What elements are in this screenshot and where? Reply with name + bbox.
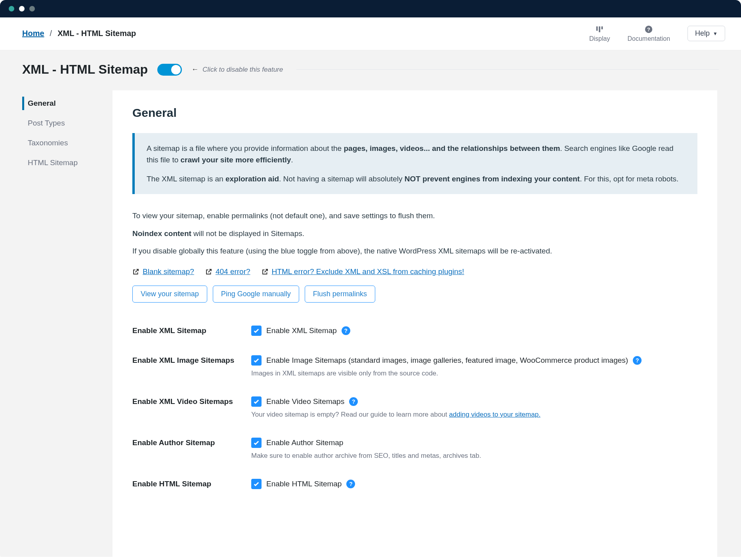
help-links-row: Blank sitemap? 404 error? HTML error? Ex… [132,267,697,276]
setting-video-sitemap: Enable XML Video Sitemaps Enable Video S… [132,389,697,430]
checkbox-xml[interactable] [251,326,262,336]
video-guide-link[interactable]: adding videos to your sitemap. [449,411,540,418]
checkbox-image-label: Enable Image Sitemaps (standard images, … [266,356,628,365]
info-notice: A sitemap is a file where you provide in… [132,133,697,194]
ping-google-button[interactable]: Ping Google manually [213,286,299,303]
setting-image-sitemap: Enable XML Image Sitemaps Enable Image S… [132,348,697,389]
setting-html-sitemap: Enable HTML Sitemap Enable HTML Sitemap … [132,472,697,501]
main-content: General A sitemap is a file where you pr… [113,90,717,557]
display-icon [595,25,604,34]
help-icon[interactable]: ? [349,397,358,406]
setting-label-video: Enable XML Video Sitemaps [132,396,251,419]
link-404-error[interactable]: 404 error? [205,267,250,276]
external-link-icon [262,268,269,275]
notice-paragraph-2: The XML sitemap is an exploration aid. N… [147,173,686,185]
check-icon [253,439,260,446]
subtext-video: Your video sitemap is empty? Read our gu… [251,411,697,419]
checkbox-video[interactable] [251,396,262,407]
display-nav[interactable]: Display [589,25,610,42]
topbar-right: Display ? Documentation Help ▼ [589,25,725,42]
body-layout: General Post Types Taxonomies HTML Sitem… [0,90,741,557]
help-button[interactable]: Help ▼ [688,26,725,41]
sidebar-item-post-types[interactable]: Post Types [0,113,113,133]
help-button-label: Help [695,29,710,38]
display-label: Display [589,35,610,42]
breadcrumb-home-link[interactable]: Home [22,29,44,38]
page-title: XML - HTML Sitemap [22,62,148,77]
checkbox-xml-label: Enable XML Sitemap [266,326,337,335]
checkbox-author[interactable] [251,438,262,448]
documentation-label: Documentation [627,35,670,42]
button-row: View your sitemap Ping Google manually F… [132,286,697,303]
help-icon[interactable]: ? [342,326,350,335]
link-blank-sitemap[interactable]: Blank sitemap? [132,267,194,276]
setting-label-html: Enable HTML Sitemap [132,479,251,490]
section-title: General [132,106,697,120]
checkbox-html[interactable] [251,479,262,489]
sidebar-nav: General Post Types Taxonomies HTML Sitem… [0,90,113,557]
checkbox-author-label: Enable Author Sitemap [266,438,343,447]
toggle-hint-text: Click to disable this feature [202,66,283,74]
desc-noindex: Noindex content will not be displayed in… [132,228,697,240]
svg-rect-2 [602,26,603,29]
subtext-image: Images in XML sitemaps are visible only … [251,370,697,377]
checkbox-html-label: Enable HTML Sitemap [266,480,342,488]
setting-author-sitemap: Enable Author Sitemap Enable Author Site… [132,430,697,472]
caret-down-icon: ▼ [713,31,718,36]
sidebar-item-taxonomies[interactable]: Taxonomies [0,133,113,153]
feature-toggle[interactable] [157,64,182,76]
svg-rect-1 [599,26,600,32]
checkbox-video-label: Enable Video Sitemaps [266,397,344,406]
desc-disable: If you disable globally this feature (us… [132,245,697,257]
check-icon [253,327,260,334]
notice-paragraph-1: A sitemap is a file where you provide in… [147,143,686,166]
view-sitemap-button[interactable]: View your sitemap [132,286,207,303]
window-minimize-dot[interactable] [19,6,25,11]
svg-rect-0 [596,26,598,30]
window-maximize-dot[interactable] [29,6,35,11]
question-circle-icon: ? [644,25,653,34]
toggle-knob [171,65,181,74]
help-icon[interactable]: ? [346,480,355,488]
check-icon [253,357,260,364]
external-link-icon [132,268,139,275]
page-header: XML - HTML Sitemap ← Click to disable th… [0,50,741,90]
setting-label-author: Enable Author Sitemap [132,438,251,460]
window-titlebar [0,0,741,17]
window-close-dot[interactable] [9,6,14,11]
desc-permalinks: To view your sitemap, enable permalinks … [132,210,697,222]
breadcrumb-separator: / [50,29,52,38]
check-icon [253,398,260,405]
arrow-left-icon: ← [191,65,199,74]
flush-permalinks-button[interactable]: Flush permalinks [305,286,375,303]
breadcrumb-current: XML - HTML Sitemap [57,29,136,38]
setting-label-xml: Enable XML Sitemap [132,326,251,336]
checkbox-image[interactable] [251,355,262,366]
documentation-nav[interactable]: ? Documentation [627,25,670,42]
breadcrumb: Home / XML - HTML Sitemap [22,29,136,38]
check-icon [253,480,260,488]
toggle-hint: ← Click to disable this feature [191,65,283,74]
setting-xml-sitemap: Enable XML Sitemap Enable XML Sitemap ? [132,318,697,348]
topbar: Home / XML - HTML Sitemap Display ? Docu… [0,17,741,50]
external-link-icon [205,268,212,275]
link-html-error[interactable]: HTML error? Exclude XML and XSL from cac… [262,267,464,276]
setting-label-image: Enable XML Image Sitemaps [132,355,251,377]
sidebar-item-general[interactable]: General [0,93,113,113]
sidebar-item-html-sitemap[interactable]: HTML Sitemap [0,153,113,173]
svg-text:?: ? [647,26,650,32]
header-divider [296,69,719,70]
subtext-author: Make sure to enable author archive from … [251,452,697,460]
help-icon[interactable]: ? [633,356,642,365]
